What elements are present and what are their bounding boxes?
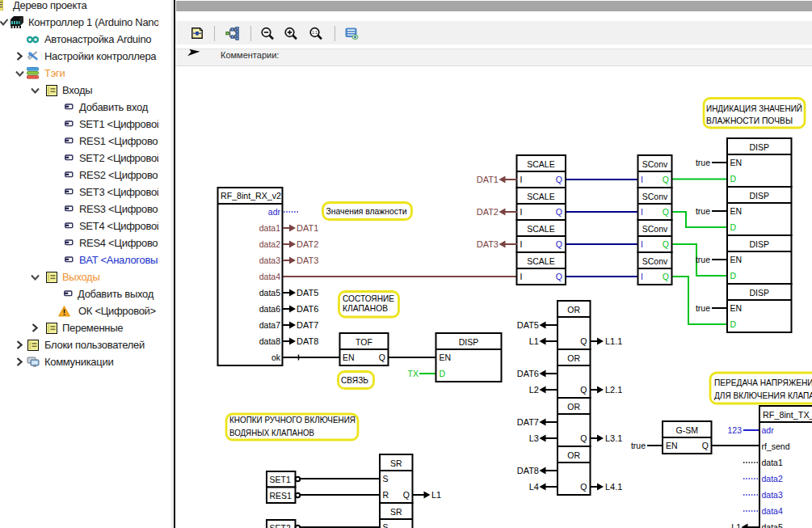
- svg-text:L1.1: L1.1: [605, 336, 622, 346]
- svg-text:data2: data2: [762, 474, 783, 484]
- svg-text:EN: EN: [730, 255, 743, 264]
- svg-text:Q: Q: [580, 336, 587, 346]
- svg-text:Q: Q: [663, 239, 669, 249]
- svg-text:data7: data7: [259, 320, 280, 330]
- svg-text:I: I: [520, 207, 523, 217]
- svg-text:DAT3: DAT3: [297, 256, 318, 265]
- svg-text:I: I: [520, 175, 523, 184]
- svg-text:DAT1: DAT1: [297, 223, 318, 233]
- svg-text:SConv: SConv: [642, 159, 668, 169]
- svg-text:EN: EN: [730, 303, 743, 313]
- svg-text:DAT8: DAT8: [517, 466, 539, 475]
- svg-text:123: 123: [727, 425, 742, 435]
- svg-text:data2: data2: [259, 239, 280, 249]
- svg-text:DISP: DISP: [749, 191, 769, 201]
- svg-text:data3: data3: [762, 490, 783, 500]
- svg-text:DAT2: DAT2: [297, 239, 318, 249]
- svg-text:I: I: [520, 239, 523, 249]
- svg-text:S: S: [383, 474, 389, 484]
- svg-text:data8: data8: [259, 336, 280, 346]
- svg-text:Q: Q: [379, 353, 385, 362]
- svg-text:L2: L2: [529, 385, 539, 395]
- svg-text:data3: data3: [259, 256, 280, 265]
- svg-text:R: R: [383, 490, 389, 500]
- svg-text:data1: data1: [762, 458, 783, 467]
- svg-text:D: D: [730, 319, 737, 329]
- svg-text:SR: SR: [390, 458, 402, 468]
- svg-text:ok: ok: [271, 353, 281, 362]
- svg-text:EN: EN: [730, 158, 743, 167]
- svg-text:L3.1: L3.1: [605, 433, 622, 443]
- svg-text:DISP: DISP: [749, 142, 769, 152]
- svg-text:L4.1: L4.1: [605, 482, 622, 492]
- svg-text:data4: data4: [259, 272, 280, 281]
- svg-text:DAT7: DAT7: [517, 417, 539, 427]
- svg-text:TOF: TOF: [356, 337, 372, 347]
- svg-text:L1: L1: [731, 522, 741, 528]
- svg-text:OR: OR: [567, 305, 580, 315]
- svg-text:L1: L1: [431, 490, 441, 500]
- svg-text:Q: Q: [556, 272, 562, 281]
- svg-text:ВЛАЖНОСТИ ПОЧВЫ: ВЛАЖНОСТИ ПОЧВЫ: [706, 116, 793, 125]
- svg-text:ВОДЯНЫХ КЛАПАНОВ: ВОДЯНЫХ КЛАПАНОВ: [229, 428, 314, 437]
- svg-text:SCALE: SCALE: [527, 159, 554, 169]
- svg-text:DAT6: DAT6: [517, 369, 539, 378]
- svg-text:I: I: [641, 239, 643, 249]
- svg-text:DISP: DISP: [749, 239, 769, 249]
- svg-text:КНОПКИ РУЧНОГО ВКЛЮЧЕНИЯ: КНОПКИ РУЧНОГО ВКЛЮЧЕНИЯ: [229, 415, 356, 425]
- svg-text:DISP: DISP: [459, 337, 479, 347]
- svg-text:TX: TX: [408, 369, 419, 378]
- svg-text:КЛАПАНОВ: КЛАПАНОВ: [343, 303, 388, 313]
- svg-text:L1: L1: [529, 336, 539, 346]
- svg-text:OR: OR: [567, 450, 580, 460]
- svg-text:SCALE: SCALE: [527, 224, 554, 234]
- svg-text:DAT5: DAT5: [297, 288, 318, 298]
- svg-text:OR: OR: [567, 402, 580, 412]
- svg-text:Q: Q: [663, 175, 669, 184]
- svg-text:true: true: [696, 158, 710, 167]
- svg-text:EN: EN: [440, 353, 452, 362]
- svg-text:I: I: [641, 272, 643, 281]
- svg-text:1:1: 1:1: [312, 31, 318, 35]
- svg-text:DISP: DISP: [749, 288, 769, 298]
- svg-text:DAT6: DAT6: [297, 304, 318, 314]
- svg-text:DAT8: DAT8: [297, 336, 318, 346]
- svg-text:L3: L3: [529, 433, 539, 443]
- svg-text:D: D: [730, 174, 737, 184]
- svg-text:RES1: RES1: [270, 491, 292, 501]
- svg-text:СОСТОЯНИЕ: СОСТОЯНИЕ: [343, 294, 394, 303]
- svg-text:data5: data5: [762, 522, 783, 528]
- svg-text:true: true: [696, 303, 710, 313]
- svg-text:Q: Q: [663, 272, 669, 281]
- svg-text:ПЕРЕДАЧА НАПРЯЖЕНИЯ: ПЕРЕДАЧА НАПРЯЖЕНИЯ: [714, 378, 812, 387]
- svg-text:RF_8int_RX_v2: RF_8int_RX_v2: [221, 191, 281, 201]
- svg-text:D: D: [730, 222, 737, 232]
- svg-text:Q: Q: [580, 433, 587, 443]
- svg-text:DAT7: DAT7: [297, 320, 318, 330]
- svg-text:ДЛЯ ВКЛЮЧЕНИЯ КЛАПАНОВ: ДЛЯ ВКЛЮЧЕНИЯ КЛАПАНОВ: [714, 391, 812, 400]
- svg-text:I: I: [641, 175, 643, 184]
- svg-text:DAT3: DAT3: [477, 239, 499, 249]
- svg-text:Q: Q: [403, 490, 410, 500]
- svg-text:SConv: SConv: [642, 192, 668, 201]
- svg-text:RF_8int_TX_v2: RF_8int_TX_v2: [763, 410, 812, 420]
- svg-text:data1: data1: [259, 223, 280, 233]
- svg-text:Q: Q: [702, 441, 709, 450]
- svg-text:S: S: [383, 522, 389, 528]
- svg-text:true: true: [631, 441, 646, 450]
- svg-text:data4: data4: [762, 506, 783, 516]
- svg-text:Q: Q: [556, 175, 562, 184]
- svg-text:ИНДИКАЦИЯ ЗНАЧЕНИЙ: ИНДИКАЦИЯ ЗНАЧЕНИЙ: [706, 103, 802, 113]
- svg-text:SET2: SET2: [270, 523, 291, 528]
- svg-text:data5: data5: [259, 288, 280, 298]
- svg-text:L2.1: L2.1: [605, 385, 622, 395]
- svg-text:СВЯЗЬ: СВЯЗЬ: [341, 375, 368, 385]
- svg-text:Значения влажности: Значения влажности: [326, 206, 407, 216]
- svg-text:D: D: [730, 271, 737, 281]
- svg-text:DAT2: DAT2: [477, 207, 499, 217]
- svg-text:EN: EN: [343, 353, 355, 362]
- svg-text:DAT1: DAT1: [477, 175, 499, 184]
- svg-text:adr: adr: [268, 207, 281, 217]
- svg-text:Q: Q: [580, 385, 587, 395]
- svg-text:SConv: SConv: [642, 256, 668, 266]
